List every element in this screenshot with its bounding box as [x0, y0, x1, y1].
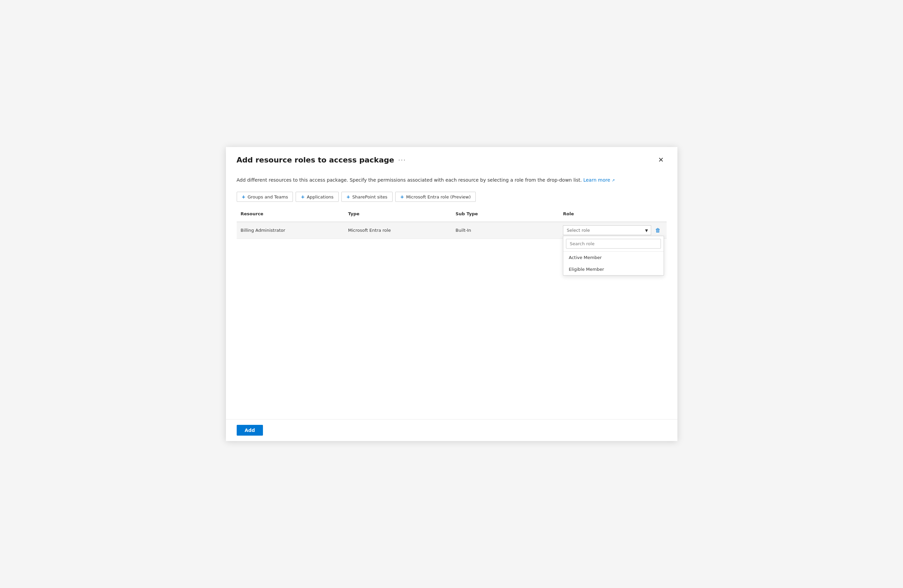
search-role-input[interactable] — [566, 239, 661, 249]
plus-icon: + — [400, 194, 404, 199]
description-text: Add different resources to this access p… — [237, 177, 667, 183]
role-cell: Select role ▼ Active Member Eligible Mem… — [559, 222, 666, 238]
applications-label: Applications — [307, 194, 334, 199]
plus-icon: + — [346, 194, 351, 199]
groups-teams-button[interactable]: + Groups and Teams — [237, 192, 293, 202]
col-sub-type: Sub Type — [452, 209, 559, 219]
microsoft-entra-role-label: Microsoft Entra role (Preview) — [406, 194, 471, 199]
toolbar: + Groups and Teams + Applications + Shar… — [237, 192, 667, 202]
resource-sub-type: Built-In — [452, 224, 559, 236]
resource-table: Resource Type Sub Type Role Billing Admi… — [237, 209, 667, 239]
chevron-down-icon: ▼ — [645, 228, 648, 232]
plus-icon: + — [242, 194, 246, 199]
dialog-title-row: Add resource roles to access package ··· — [237, 156, 406, 164]
sharepoint-sites-label: SharePoint sites — [352, 194, 387, 199]
resource-name: Billing Administrator — [237, 224, 344, 236]
applications-button[interactable]: + Applications — [296, 192, 338, 202]
plus-icon: + — [300, 194, 305, 199]
col-type: Type — [344, 209, 452, 219]
dropdown-search-container — [563, 236, 664, 252]
table-row: Billing Administrator Microsoft Entra ro… — [237, 222, 667, 239]
table-header: Resource Type Sub Type Role — [237, 209, 667, 222]
dialog-title: Add resource roles to access package — [237, 156, 394, 164]
dialog-container: Add resource roles to access package ···… — [226, 147, 677, 441]
microsoft-entra-role-button[interactable]: + Microsoft Entra role (Preview) — [395, 192, 476, 202]
close-button[interactable]: ✕ — [656, 155, 667, 165]
dialog-header: Add resource roles to access package ···… — [226, 147, 677, 170]
col-resource: Resource — [237, 209, 344, 219]
dropdown-item-eligible-member[interactable]: Eligible Member — [563, 263, 664, 275]
resource-type: Microsoft Entra role — [344, 224, 452, 236]
groups-teams-label: Groups and Teams — [247, 194, 288, 199]
role-dropdown: Active Member Eligible Member — [563, 236, 664, 276]
select-role-display[interactable]: Select role ▼ — [563, 225, 651, 235]
delete-row-button[interactable]: 🗑 — [653, 226, 662, 235]
dropdown-item-active-member[interactable]: Active Member — [563, 252, 664, 263]
add-button[interactable]: Add — [237, 425, 263, 436]
learn-more-link[interactable]: Learn more — [583, 177, 610, 183]
external-link-icon: ↗ — [612, 178, 615, 183]
dialog-body: Add different resources to this access p… — [226, 170, 677, 419]
sharepoint-sites-button[interactable]: + SharePoint sites — [341, 192, 393, 202]
col-role: Role — [559, 209, 666, 219]
trash-icon: 🗑 — [655, 227, 661, 234]
more-icon[interactable]: ··· — [398, 157, 406, 163]
dialog-footer: Add — [226, 419, 677, 441]
select-role-wrapper: Select role ▼ Active Member Eligible Mem… — [563, 225, 651, 235]
